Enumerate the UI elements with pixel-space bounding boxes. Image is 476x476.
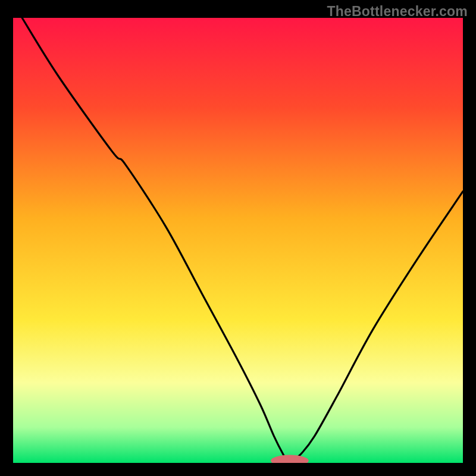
watermark-text: TheBottlenecker.com [327, 4, 468, 20]
plot-area [13, 18, 463, 463]
gradient-bg [13, 18, 463, 463]
chart-svg [13, 18, 463, 463]
chart-container: TheBottlenecker.com [0, 0, 476, 476]
